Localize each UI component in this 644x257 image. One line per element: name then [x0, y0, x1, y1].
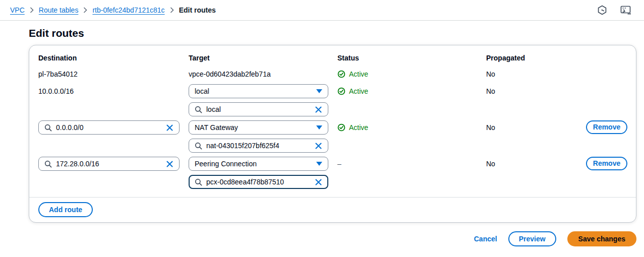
- check-circle-icon: [337, 87, 345, 95]
- search-icon: [195, 106, 202, 113]
- target-search-input[interactable]: [206, 142, 311, 150]
- route-row-1: pl-7ba54012 vpce-0d60423dab2feb71a Activ…: [38, 69, 628, 79]
- col-header-destination: Destination: [38, 54, 189, 62]
- search-icon: [44, 160, 52, 168]
- destination-value: 10.0.0.0/16: [38, 84, 189, 98]
- target-selected-value: Peering Connection: [195, 160, 257, 168]
- chevron-right-icon: [30, 7, 34, 13]
- status-cell: Active: [337, 69, 486, 79]
- destination-input[interactable]: [56, 123, 162, 132]
- propagated-value: No: [486, 84, 586, 98]
- status-label: Active: [349, 123, 368, 132]
- status-cell: Active: [337, 120, 486, 135]
- page-actions: Cancel Preview Save changes: [0, 231, 636, 246]
- breadcrumb: VPC Route tables rtb-0fefc24bd7121c81c E…: [10, 6, 216, 14]
- col-header-target: Target: [189, 54, 337, 62]
- remove-route-button[interactable]: Remove: [586, 157, 627, 170]
- search-icon: [44, 124, 52, 132]
- status-label: Active: [349, 87, 368, 95]
- clear-x-icon[interactable]: [315, 106, 322, 113]
- target-value: vpce-0d60423dab2feb71a: [189, 69, 337, 79]
- target-search-box-focused: [189, 175, 328, 189]
- cancel-button[interactable]: Cancel: [474, 235, 497, 243]
- check-circle-icon: [337, 70, 345, 78]
- target-search-input[interactable]: [206, 105, 311, 113]
- route-row-2: 10.0.0.0/16 local: [38, 84, 628, 116]
- card-footer: Add route: [29, 197, 636, 222]
- target-selected-value: local: [195, 87, 209, 95]
- propagated-value: No: [486, 120, 586, 135]
- breadcrumb-route-tables[interactable]: Route tables: [39, 6, 79, 14]
- target-selected-value: NAT Gateway: [195, 123, 238, 132]
- topbar-icons: [597, 5, 632, 15]
- target-select[interactable]: local: [189, 84, 328, 98]
- clear-x-icon[interactable]: [166, 160, 173, 168]
- check-circle-icon: [337, 123, 345, 132]
- table-header-row: Destination Target Status Propagated: [38, 54, 628, 62]
- clear-x-icon[interactable]: [315, 142, 322, 150]
- route-row-4: Peering Connection – No Remove: [38, 157, 628, 189]
- col-header-status: Status: [337, 54, 486, 62]
- breadcrumb-route-table-id[interactable]: rtb-0fefc24bd7121c81c: [92, 6, 164, 14]
- remove-route-button[interactable]: Remove: [586, 120, 627, 134]
- chevron-right-icon: [83, 7, 87, 13]
- save-changes-button[interactable]: Save changes: [567, 231, 636, 246]
- breadcrumb-current: Edit routes: [179, 6, 216, 14]
- status-label: Active: [349, 69, 368, 79]
- route-row-3: NAT Gateway: [38, 120, 628, 153]
- clear-x-icon[interactable]: [315, 178, 322, 186]
- destination-value: pl-7ba54012: [38, 69, 189, 79]
- target-search-box: [189, 102, 328, 116]
- propagated-value: No: [486, 157, 586, 171]
- target-search-input[interactable]: [206, 178, 311, 186]
- target-select[interactable]: NAT Gateway: [189, 120, 328, 135]
- status-cell: –: [337, 157, 486, 171]
- target-select[interactable]: Peering Connection: [189, 157, 328, 171]
- status-cell: Active: [337, 84, 486, 98]
- add-route-button[interactable]: Add route: [38, 202, 93, 217]
- destination-search-box: [38, 157, 180, 171]
- edit-routes-card: Destination Target Status Propagated pl-…: [29, 45, 636, 223]
- search-icon: [195, 142, 202, 150]
- status-label: –: [337, 160, 341, 168]
- amazon-q-icon[interactable]: [597, 5, 607, 15]
- clear-x-icon[interactable]: [166, 124, 173, 132]
- destination-search-box: [38, 120, 180, 135]
- page-title: Edit routes: [29, 27, 644, 39]
- cloudshell-icon[interactable]: [620, 5, 632, 15]
- target-search-box: [189, 139, 328, 153]
- preview-button[interactable]: Preview: [508, 231, 556, 246]
- destination-input[interactable]: [56, 160, 162, 168]
- search-icon: [195, 178, 202, 186]
- breadcrumb-vpc[interactable]: VPC: [10, 6, 25, 14]
- console-topbar: VPC Route tables rtb-0fefc24bd7121c81c E…: [0, 0, 644, 21]
- caret-down-icon: [316, 89, 322, 93]
- chevron-right-icon: [170, 7, 174, 13]
- caret-down-icon: [316, 162, 322, 166]
- col-header-propagated: Propagated: [486, 54, 586, 62]
- caret-down-icon: [316, 125, 322, 130]
- propagated-value: No: [486, 69, 586, 79]
